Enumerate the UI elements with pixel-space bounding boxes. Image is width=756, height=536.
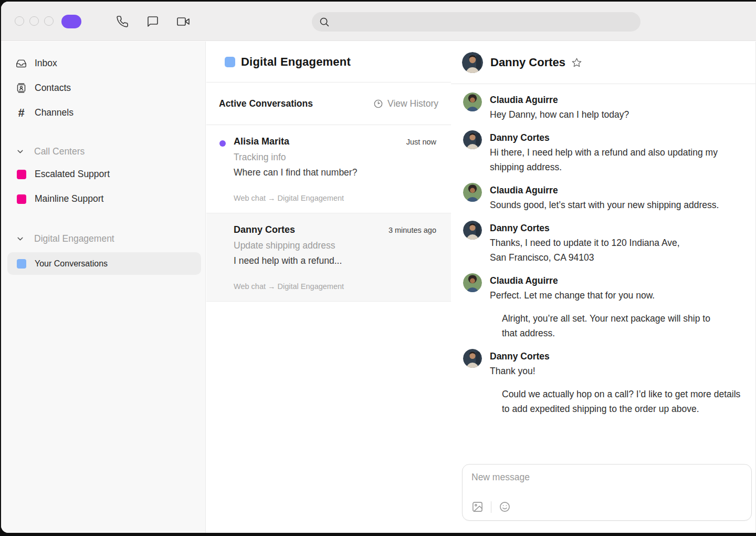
conversation-subject: Update shipping address xyxy=(234,240,436,251)
avatar xyxy=(463,92,482,111)
active-conversations-header: Active Conversations View History xyxy=(206,83,451,125)
window-minimize-button[interactable] xyxy=(29,16,39,26)
chat-header: Danny Cortes xyxy=(451,42,755,84)
section-label: Digital Engagement xyxy=(34,233,114,244)
conversation-channel-meta: Web chat → Digital Engagement xyxy=(234,282,436,291)
phone-icon[interactable] xyxy=(116,15,129,28)
sidebar-item-contacts[interactable]: Contacts xyxy=(1,76,205,100)
page-title: Digital Engagement xyxy=(241,55,351,69)
section-call-centers[interactable]: Call Centers xyxy=(1,141,205,162)
window-zoom-button[interactable] xyxy=(44,16,54,26)
message-text: Alright, you’re all set. Your next packa… xyxy=(502,311,755,326)
conversation-name: Danny Cortes xyxy=(234,224,295,235)
conversation-row-danny[interactable]: Danny Cortes 3 minutes ago Update shippi… xyxy=(206,213,451,302)
list-header-title: Active Conversations xyxy=(219,98,313,109)
view-history-label: View History xyxy=(387,98,438,109)
message-sender: Claudia Aguirre xyxy=(490,92,629,107)
channel-color-swatch xyxy=(17,259,26,269)
avatar xyxy=(463,349,482,368)
search-input[interactable] xyxy=(330,17,640,27)
message: Danny Cortes Thanks, I need to update it… xyxy=(463,221,755,265)
channel-label: Escalated Support xyxy=(35,169,110,180)
inbox-icon xyxy=(16,58,27,69)
message: Claudia Aguirre Sounds good, let’s start… xyxy=(463,183,755,212)
message-text: Hey Danny, how can I help today? xyxy=(490,107,629,122)
window-close-button[interactable] xyxy=(15,16,24,26)
message-sender: Claudia Aguirre xyxy=(490,273,655,288)
message: Danny Cortes Thank you! xyxy=(463,349,755,378)
sidebar-item-label: Inbox xyxy=(35,58,57,69)
dialpad-logo-icon xyxy=(61,13,82,30)
message-text: San Francisco, CA 94103 xyxy=(490,250,680,265)
sidebar-item-label: Contacts xyxy=(35,83,71,94)
section-digital-engagement[interactable]: Digital Engagement xyxy=(1,228,205,249)
channel-color-swatch xyxy=(225,57,235,67)
message-continuation: Could we actually hop on a call? I’d lik… xyxy=(502,387,755,416)
sidebar-item-channels[interactable]: # Channels xyxy=(1,100,205,125)
message-sender: Claudia Aguirre xyxy=(490,183,719,198)
conversation-preview: Where can I find that number? xyxy=(234,167,436,178)
sidebar-item-inbox[interactable]: Inbox xyxy=(1,51,205,76)
section-label: Call Centers xyxy=(34,146,85,157)
message-text: shipping address. xyxy=(490,160,718,174)
avatar xyxy=(462,52,483,73)
channel-label: Your Conversations xyxy=(35,259,108,269)
favorite-star-icon[interactable] xyxy=(571,57,582,68)
clock-icon xyxy=(373,99,383,109)
app-window: Inbox Contacts # Channels Call Centers xyxy=(1,2,756,533)
message-sender: Danny Cortes xyxy=(490,349,550,364)
message-text: to add expedited shipping to the order u… xyxy=(502,401,755,416)
message: Danny Cortes Hi there, I need help with … xyxy=(463,130,755,174)
sidebar-item-escalated-support[interactable]: Escalated Support xyxy=(1,162,205,187)
message-text: Perfect. Let me change that for you now. xyxy=(490,288,655,303)
sidebar-item-label: Channels xyxy=(35,107,74,118)
channel-color-swatch xyxy=(17,170,26,179)
conversation-row-alisia[interactable]: Alisia Marita Just now Tracking info Whe… xyxy=(206,125,451,213)
unread-dot xyxy=(219,140,226,147)
avatar xyxy=(463,183,482,202)
conversation-subject: Tracking info xyxy=(234,152,436,163)
messages-icon[interactable] xyxy=(146,15,159,28)
search-bar[interactable] xyxy=(312,12,640,32)
chevron-down-icon xyxy=(16,147,25,156)
panel-header: Digital Engagement xyxy=(206,42,451,83)
sidebar-item-your-conversations[interactable]: Your Conversations xyxy=(7,252,201,275)
channel-label: Mainline Support xyxy=(35,193,103,204)
composer-divider xyxy=(491,501,491,513)
message-sender: Danny Cortes xyxy=(490,221,680,235)
chat-panel: Danny Cortes Claudia Aguirre Hey Danny, … xyxy=(451,42,756,533)
sidebar-item-mainline-support[interactable]: Mainline Support xyxy=(1,187,205,211)
chat-contact-name: Danny Cortes xyxy=(490,56,565,69)
avatar xyxy=(463,273,482,292)
message-sender: Danny Cortes xyxy=(490,130,718,145)
conversation-preview: I need help with a refund... xyxy=(234,255,436,266)
titlebar xyxy=(1,2,756,41)
message-composer[interactable] xyxy=(462,464,752,521)
view-history-button[interactable]: View History xyxy=(373,98,438,109)
message: Claudia Aguirre Hey Danny, how can I hel… xyxy=(463,92,755,122)
message-list: Claudia Aguirre Hey Danny, how can I hel… xyxy=(451,84,755,416)
message-text: Sounds good, let’s start with your new s… xyxy=(490,198,719,212)
search-icon xyxy=(319,16,330,27)
conversation-time: 3 minutes ago xyxy=(388,226,436,234)
message: Claudia Aguirre Perfect. Let me change t… xyxy=(463,273,755,303)
conversations-panel: Digital Engagement Active Conversations … xyxy=(206,42,451,533)
message-text: Could we actually hop on a call? I’d lik… xyxy=(502,387,755,401)
avatar xyxy=(463,130,482,149)
avatar xyxy=(463,221,482,240)
video-icon[interactable] xyxy=(177,15,190,28)
attach-image-icon[interactable] xyxy=(471,501,484,513)
channel-color-swatch xyxy=(17,194,26,204)
sidebar: Inbox Contacts # Channels Call Centers xyxy=(1,42,206,533)
message-text: Hi there, I need help with a refund and … xyxy=(490,145,718,160)
message-text: Thank you! xyxy=(490,364,550,378)
chevron-down-icon xyxy=(16,234,25,243)
conversation-time: Just now xyxy=(406,138,436,146)
conversation-name: Alisia Marita xyxy=(234,136,289,147)
emoji-icon[interactable] xyxy=(499,501,511,513)
conversation-channel-meta: Web chat → Digital Engagement xyxy=(234,194,436,202)
contacts-icon xyxy=(16,83,27,94)
new-message-input[interactable] xyxy=(471,472,734,483)
message-continuation: Alright, you’re all set. Your next packa… xyxy=(502,311,755,341)
message-text: Thanks, I need to update it to 120 India… xyxy=(490,235,680,250)
